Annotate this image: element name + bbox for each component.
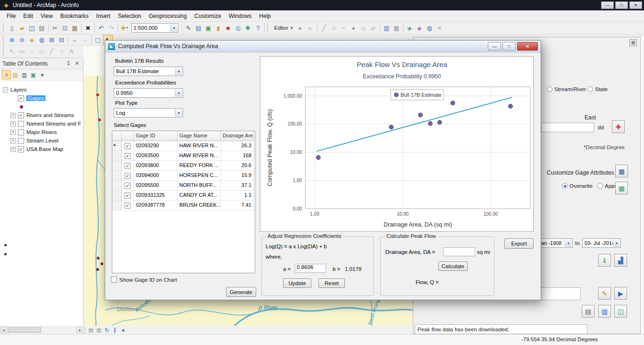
- column-header[interactable]: Gage ID: [134, 131, 177, 141]
- menu-view[interactable]: View: [37, 11, 57, 21]
- table-row[interactable]: ▸✓02093290HAW RIVER N...26.3: [112, 141, 255, 151]
- expand-icon[interactable]: +: [10, 113, 16, 118]
- scroll-left-button[interactable]: ◂: [119, 326, 127, 334]
- tree-row[interactable]: +Named Streams and F: [0, 119, 83, 128]
- layer-label[interactable]: Stream Level: [26, 138, 59, 143]
- layer-label[interactable]: Rivers and Streams: [26, 112, 74, 118]
- tree-row[interactable]: ✓Gages: [0, 94, 83, 102]
- gage-checkbox[interactable]: ✓: [125, 143, 131, 149]
- add-basemap-button[interactable]: ▣: [203, 23, 213, 33]
- save-map-button[interactable]: ◫: [27, 23, 37, 33]
- chevron-down-icon[interactable]: ▼: [170, 24, 177, 32]
- forward-extent-button[interactable]: →: [80, 35, 90, 45]
- scroll-right-icon[interactable]: ▸: [76, 327, 84, 333]
- dialog-titlebar[interactable]: ◣ Computed Peak Flow Vs Drainage Area — …: [105, 41, 541, 52]
- basin-tool-button[interactable]: ◍: [425, 23, 435, 33]
- list-by-visibility-button[interactable]: ▥: [20, 70, 29, 79]
- calculate-button[interactable]: Calculate: [438, 261, 468, 271]
- menu-windows[interactable]: Windows: [225, 11, 256, 21]
- gage-checkbox[interactable]: ✓: [125, 183, 131, 189]
- expand-icon[interactable]: +: [10, 130, 16, 135]
- gage-id-cell[interactable]: 02095500: [134, 181, 177, 191]
- toolbar-grip[interactable]: [3, 36, 5, 44]
- plot-chart-button[interactable]: ▟: [614, 254, 627, 267]
- select-graphics-button[interactable]: ↖: [7, 46, 17, 56]
- map-hscrollbar[interactable]: [127, 327, 414, 333]
- table-row[interactable]: ✓02093500HAW RIVER N...168: [112, 151, 255, 161]
- gage-id-cell[interactable]: 02094000: [134, 171, 177, 181]
- expand-icon[interactable]: +: [10, 121, 16, 126]
- attributes-button[interactable]: ▥: [382, 23, 392, 33]
- layer-label[interactable]: Gages: [26, 95, 45, 101]
- toc-hscrollbar[interactable]: ◂ ▸: [0, 327, 84, 333]
- gage-table[interactable]: Gage IDGage NameDrainage Area... ▸✓02093…: [112, 131, 255, 273]
- gage-name-cell[interactable]: HAW RIVER N...: [177, 141, 221, 151]
- menu-geoprocessing[interactable]: Geoprocessing: [145, 11, 191, 21]
- toolbar-grip[interactable]: [267, 24, 269, 32]
- dialog-maximize-button[interactable]: □: [502, 42, 516, 50]
- window-titlebar[interactable]: ◈ Untitled - ArcMap - ArcInfo — □ ✕: [0, 0, 644, 10]
- drainage-area-cell[interactable]: 1.1: [221, 191, 254, 201]
- gage-checkbox[interactable]: ✓: [125, 202, 131, 209]
- gage-id-cell[interactable]: 02093290: [134, 141, 177, 151]
- date-from-combo[interactable]: an -1908 ▼: [539, 238, 573, 248]
- expand-icon[interactable]: +: [10, 147, 16, 152]
- table-options-button[interactable]: ▤: [193, 23, 203, 33]
- gage-checkbox[interactable]: ✓: [125, 153, 131, 159]
- gage-id-cell[interactable]: 02093500: [134, 151, 177, 161]
- edit-notes-button[interactable]: ✎: [598, 287, 611, 300]
- layer-label[interactable]: Named Streams and F: [26, 121, 81, 126]
- gage-point[interactable]: [97, 257, 100, 260]
- drainage-area-cell[interactable]: 20.6: [221, 161, 254, 171]
- gage-tool-button[interactable]: ◈: [415, 23, 425, 33]
- chart-columns-button[interactable]: ▥: [598, 305, 611, 318]
- gage-symbol-swatch[interactable]: [20, 105, 23, 109]
- tree-row[interactable]: +✓USA Base Map: [0, 145, 83, 153]
- drainage-area-field[interactable]: [443, 247, 475, 256]
- date-to-combo[interactable]: 03- Jul -2014 ▼: [582, 238, 621, 248]
- list-by-selection-button[interactable]: ▣: [29, 70, 38, 79]
- data-view-button[interactable]: ▤: [87, 326, 95, 334]
- menu-customize[interactable]: Customize: [191, 11, 225, 21]
- gage-point[interactable]: [4, 244, 7, 246]
- gage-checkbox[interactable]: ✓: [125, 163, 131, 169]
- tree-row[interactable]: −Layers: [0, 85, 83, 94]
- column-header[interactable]: Drainage Area...: [221, 131, 254, 141]
- undo-button[interactable]: ↶: [96, 23, 106, 33]
- reshape-feature-button[interactable]: ▱: [368, 23, 378, 33]
- menu-insert[interactable]: Insert: [92, 11, 114, 21]
- model-builder-button[interactable]: ✱: [243, 23, 253, 33]
- table-row[interactable]: ✓0209387778BRUSH CREEK...7.41: [112, 201, 255, 210]
- attribute-table-button[interactable]: ▦: [615, 165, 628, 177]
- export-button[interactable]: Export: [504, 238, 534, 249]
- drainage-area-cell[interactable]: 7.41: [221, 201, 254, 210]
- edit-vertices-button[interactable]: ◇: [359, 23, 368, 33]
- chevron-down-icon[interactable]: ▼: [565, 239, 572, 247]
- layer-label[interactable]: Major Rivers: [26, 129, 57, 135]
- tree-row[interactable]: +Stream Level: [0, 136, 83, 145]
- maximize-button[interactable]: □: [615, 1, 628, 9]
- catalog-window-button[interactable]: ▮: [213, 23, 223, 33]
- layer-visibility-checkbox[interactable]: [18, 129, 24, 135]
- menu-help[interactable]: Help: [255, 11, 275, 21]
- close-button[interactable]: ✕: [629, 1, 642, 9]
- straight-segment-button[interactable]: ╱: [319, 23, 329, 33]
- chevron-down-icon[interactable]: ▾: [126, 26, 128, 30]
- back-extent-button[interactable]: ←: [70, 35, 80, 45]
- pin-icon[interactable]: ↧: [65, 60, 72, 67]
- fixed-zoom-out-button[interactable]: ⊟: [57, 35, 67, 45]
- layer-visibility-checkbox[interactable]: ✓: [18, 146, 24, 152]
- create-features-button[interactable]: ▹: [306, 23, 316, 33]
- list-by-drawing-order-button[interactable]: ≡: [2, 70, 11, 79]
- scroll-left-icon[interactable]: ◂: [0, 327, 7, 333]
- generate-button[interactable]: Generate: [226, 287, 256, 297]
- show-gage-id-checkbox[interactable]: Show Gage ID on Chart: [111, 277, 177, 283]
- gage-name-cell[interactable]: HORSEPEN C...: [177, 171, 221, 181]
- select-features-button[interactable]: ▢: [93, 35, 103, 45]
- exceedance-combo[interactable]: 0.9950 ▼: [114, 88, 183, 98]
- append-table-button[interactable]: ▦: [615, 182, 628, 194]
- layer-visibility-checkbox[interactable]: ✓: [18, 95, 24, 101]
- longitude-field[interactable]: [541, 123, 594, 132]
- gage-id-cell[interactable]: 0209331325: [134, 191, 177, 201]
- table-row[interactable]: ✓02095500NORTH BUFF...37.1: [112, 181, 255, 191]
